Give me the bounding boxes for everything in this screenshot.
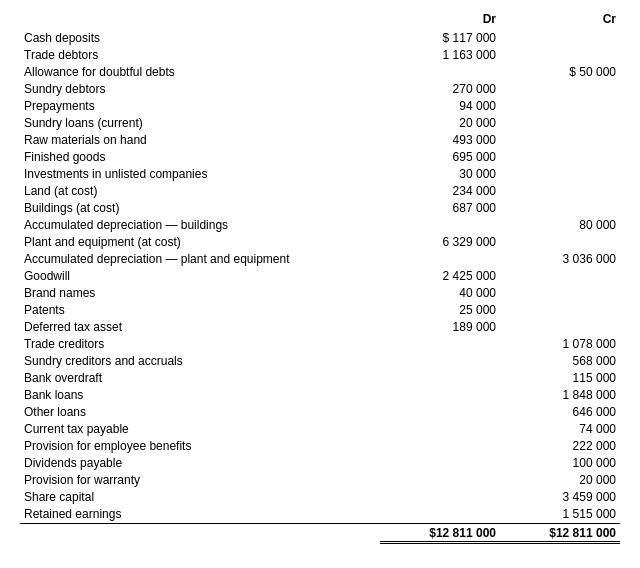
row-dr: 270 000 [380, 81, 500, 98]
row-label: Accumulated depreciation — plant and equ… [20, 251, 380, 268]
row-label: Retained earnings [20, 506, 380, 524]
row-cr: 100 000 [500, 455, 620, 472]
row-label: Raw materials on hand [20, 132, 380, 149]
row-label: Trade debtors [20, 47, 380, 64]
total-row: $12 811 000 $12 811 000 [20, 523, 620, 543]
row-dr: 695 000 [380, 149, 500, 166]
row-label: Plant and equipment (at cost) [20, 234, 380, 251]
table-row: Sundry loans (current)20 000 [20, 115, 620, 132]
row-cr [500, 166, 620, 183]
table-row: Finished goods695 000 [20, 149, 620, 166]
table-row: Prepayments94 000 [20, 98, 620, 115]
row-cr: 1 848 000 [500, 387, 620, 404]
table-row: Investments in unlisted companies30 000 [20, 166, 620, 183]
row-cr: 1 078 000 [500, 336, 620, 353]
table-row: Bank overdraft115 000 [20, 370, 620, 387]
row-label: Provision for warranty [20, 472, 380, 489]
row-cr [500, 132, 620, 149]
table-row: Bank loans1 848 000 [20, 387, 620, 404]
row-cr [500, 319, 620, 336]
row-cr [500, 302, 620, 319]
row-dr [380, 489, 500, 506]
table-row: Brand names40 000 [20, 285, 620, 302]
row-cr: 115 000 [500, 370, 620, 387]
table-row: Deferred tax asset189 000 [20, 319, 620, 336]
row-dr: 30 000 [380, 166, 500, 183]
row-cr: 80 000 [500, 217, 620, 234]
row-label: Goodwill [20, 268, 380, 285]
row-dr: 25 000 [380, 302, 500, 319]
table-row: Sundry creditors and accruals568 000 [20, 353, 620, 370]
row-dr: 2 425 000 [380, 268, 500, 285]
row-cr: 1 515 000 [500, 506, 620, 524]
row-label: Brand names [20, 285, 380, 302]
row-dr [380, 64, 500, 81]
row-cr: 646 000 [500, 404, 620, 421]
table-row: Buildings (at cost)687 000 [20, 200, 620, 217]
row-cr: 568 000 [500, 353, 620, 370]
table-row: Raw materials on hand493 000 [20, 132, 620, 149]
row-dr: 493 000 [380, 132, 500, 149]
table-row: Share capital3 459 000 [20, 489, 620, 506]
table-row: Dividends payable100 000 [20, 455, 620, 472]
row-label: Patents [20, 302, 380, 319]
row-cr: 3 459 000 [500, 489, 620, 506]
row-label: Allowance for doubtful debts [20, 64, 380, 81]
row-dr [380, 251, 500, 268]
total-dr: $12 811 000 [380, 523, 500, 543]
row-dr [380, 438, 500, 455]
table-row: Trade debtors1 163 000 [20, 47, 620, 64]
table-row: Provision for employee benefits222 000 [20, 438, 620, 455]
table-row: Plant and equipment (at cost)6 329 000 [20, 234, 620, 251]
row-dr: 189 000 [380, 319, 500, 336]
row-label: Accumulated depreciation — buildings [20, 217, 380, 234]
row-dr [380, 404, 500, 421]
row-cr [500, 30, 620, 47]
row-cr [500, 200, 620, 217]
row-dr [380, 506, 500, 524]
table-row: Retained earnings1 515 000 [20, 506, 620, 524]
row-cr [500, 81, 620, 98]
row-cr [500, 183, 620, 200]
row-dr: 1 163 000 [380, 47, 500, 64]
table-row: Land (at cost)234 000 [20, 183, 620, 200]
row-label: Sundry creditors and accruals [20, 353, 380, 370]
table-row: Other loans646 000 [20, 404, 620, 421]
table-row: Patents25 000 [20, 302, 620, 319]
row-cr [500, 115, 620, 132]
row-dr: 6 329 000 [380, 234, 500, 251]
row-dr [380, 421, 500, 438]
row-label: Sundry loans (current) [20, 115, 380, 132]
row-cr: 3 036 000 [500, 251, 620, 268]
row-dr: 234 000 [380, 183, 500, 200]
table-header: Dr Cr [20, 10, 620, 30]
dr-header: Dr [380, 10, 500, 30]
row-label: Share capital [20, 489, 380, 506]
table-row: Trade creditors1 078 000 [20, 336, 620, 353]
row-cr: 74 000 [500, 421, 620, 438]
table-row: Accumulated depreciation — buildings80 0… [20, 217, 620, 234]
row-cr: 20 000 [500, 472, 620, 489]
table-row: Sundry debtors270 000 [20, 81, 620, 98]
row-cr: $ 50 000 [500, 64, 620, 81]
row-cr [500, 98, 620, 115]
row-dr [380, 217, 500, 234]
table-row: Goodwill2 425 000 [20, 268, 620, 285]
row-dr [380, 455, 500, 472]
row-dr: $ 117 000 [380, 30, 500, 47]
row-label: Bank loans [20, 387, 380, 404]
row-label: Other loans [20, 404, 380, 421]
row-label: Sundry debtors [20, 81, 380, 98]
row-label: Current tax payable [20, 421, 380, 438]
table-row: Cash deposits$ 117 000 [20, 30, 620, 47]
row-dr [380, 472, 500, 489]
row-dr [380, 336, 500, 353]
row-dr [380, 387, 500, 404]
row-cr [500, 149, 620, 166]
row-cr: 222 000 [500, 438, 620, 455]
row-label: Prepayments [20, 98, 380, 115]
row-dr: 20 000 [380, 115, 500, 132]
row-cr [500, 268, 620, 285]
row-label: Buildings (at cost) [20, 200, 380, 217]
table-row: Provision for warranty20 000 [20, 472, 620, 489]
